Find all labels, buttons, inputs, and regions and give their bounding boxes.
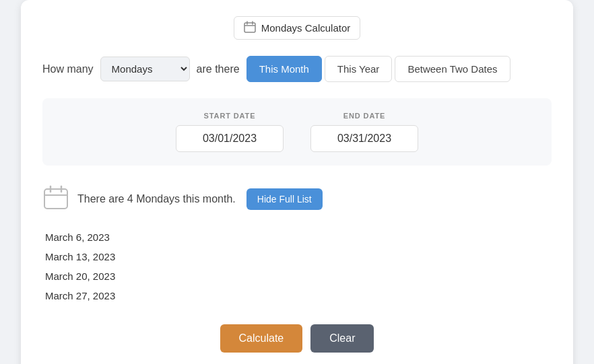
action-row: Calculate Clear xyxy=(42,324,552,353)
app-title: Mondays Calculator xyxy=(261,22,351,34)
calculate-button[interactable]: Calculate xyxy=(220,324,303,353)
are-there-label: are there xyxy=(197,63,240,75)
result-calendar-icon xyxy=(42,184,69,214)
title-bar: Mondays Calculator xyxy=(42,16,552,40)
how-many-label: How many xyxy=(42,63,94,75)
date-section: START DATE END DATE xyxy=(42,98,552,166)
date-list: March 6, 2023 March 13, 2023 March 20, 2… xyxy=(45,227,552,305)
svg-rect-0 xyxy=(244,23,255,32)
start-date-input[interactable] xyxy=(176,125,284,152)
day-select[interactable]: Mondays Tuesdays Wednesdays Thursdays Fr… xyxy=(100,57,190,81)
list-item: March 20, 2023 xyxy=(45,266,552,286)
calendar-title-icon xyxy=(244,21,256,35)
end-date-field: END DATE xyxy=(310,112,418,152)
list-item: March 27, 2023 xyxy=(45,286,552,305)
list-item: March 6, 2023 xyxy=(45,227,552,247)
end-date-label: END DATE xyxy=(343,112,385,120)
tab-this-month[interactable]: This Month xyxy=(246,56,322,82)
result-section: There are 4 Mondays this month. Hide Ful… xyxy=(42,184,552,214)
start-date-label: START DATE xyxy=(204,112,256,120)
controls-row: How many Mondays Tuesdays Wednesdays Thu… xyxy=(42,56,552,82)
clear-button[interactable]: Clear xyxy=(310,324,374,353)
hide-full-list-button[interactable]: Hide Full List xyxy=(246,188,323,210)
start-date-field: START DATE xyxy=(176,112,284,152)
tab-this-year[interactable]: This Year xyxy=(325,56,393,82)
list-item: March 13, 2023 xyxy=(45,247,552,266)
tab-group: This Month This Year Between Two Dates xyxy=(246,56,510,82)
result-text: There are 4 Mondays this month. xyxy=(77,193,236,205)
svg-rect-4 xyxy=(44,189,67,209)
main-card: Mondays Calculator How many Mondays Tues… xyxy=(21,0,573,364)
title-badge: Mondays Calculator xyxy=(234,16,361,40)
end-date-input[interactable] xyxy=(310,125,418,152)
tab-between-two-dates[interactable]: Between Two Dates xyxy=(395,56,510,82)
